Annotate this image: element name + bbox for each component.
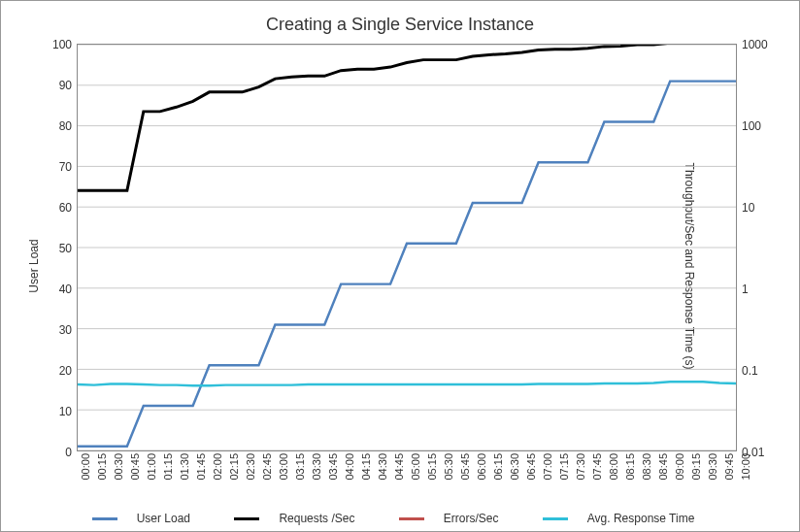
x-tick: 00:15: [96, 453, 108, 481]
y-left-tick: 10: [59, 405, 72, 418]
legend-item-response-time: Avg. Response Time: [543, 512, 709, 525]
x-tick: 09:00: [674, 453, 685, 481]
series-user-load: [78, 82, 736, 447]
x-axis-ticks: 00:0000:1500:3000:4501:0001:1501:3001:45…: [77, 453, 737, 510]
x-tick: 06:30: [509, 453, 520, 481]
x-tick: 02:30: [245, 453, 256, 481]
x-tick: 07:15: [558, 453, 570, 481]
y-left-tick: 90: [59, 79, 72, 92]
x-tick: 00:00: [80, 453, 91, 481]
chart-title: Creating a Single Service Instance: [1, 15, 799, 35]
y-left-tick: 30: [59, 323, 72, 337]
x-tick: 02:45: [261, 453, 273, 481]
x-tick: 01:45: [195, 453, 207, 481]
x-tick: 06:00: [476, 453, 487, 481]
y-right-tick: 1000: [742, 38, 768, 51]
x-tick: 00:30: [113, 453, 124, 481]
x-tick: 00:45: [129, 453, 141, 481]
x-tick: 03:00: [278, 453, 289, 481]
x-tick: 04:30: [377, 453, 388, 481]
x-tick: 07:30: [575, 453, 586, 481]
x-tick: 08:45: [657, 453, 669, 481]
y-left-tick: 40: [59, 283, 72, 296]
x-tick: 03:30: [311, 453, 322, 481]
x-tick: 05:15: [426, 453, 438, 481]
x-tick: 06:45: [525, 453, 537, 481]
x-tick: 10:00: [740, 453, 751, 481]
y-left-tick: 70: [59, 160, 72, 174]
x-tick: 01:00: [146, 453, 157, 481]
y-left-tick: 100: [52, 38, 72, 51]
x-tick: 08:15: [624, 453, 636, 481]
x-tick: 09:30: [707, 453, 718, 481]
y-left-tick: 60: [59, 201, 72, 215]
legend-item-requests: Requests /Sec: [234, 512, 368, 525]
x-tick: 05:30: [443, 453, 454, 481]
x-tick: 08:30: [641, 453, 652, 481]
y-right-tick: 100: [742, 119, 761, 133]
series-avg-response-time: [78, 382, 736, 385]
x-tick: 03:15: [294, 453, 306, 481]
y-right-tick: 1: [742, 283, 749, 296]
legend-item-errors: Errors/Sec: [399, 512, 513, 525]
series-requests-sec: [78, 45, 736, 190]
y-left-tick: 80: [59, 119, 72, 133]
x-tick: 06:15: [492, 453, 504, 481]
y-right-tick: 10: [742, 201, 754, 215]
legend: User Load Requests /Sec Errors/Sec Avg. …: [1, 510, 799, 526]
legend-item-user-load: User Load: [92, 512, 204, 525]
x-tick: 01:15: [162, 453, 174, 481]
x-tick: 01:30: [179, 453, 190, 481]
y-left-tick: 0: [65, 446, 72, 459]
x-tick: 04:00: [344, 453, 355, 481]
y-axis-left-label: User Load: [27, 239, 41, 292]
x-tick: 09:45: [723, 453, 735, 481]
y-left-tick: 20: [59, 364, 72, 378]
x-tick: 05:00: [410, 453, 421, 481]
x-tick: 05:45: [459, 453, 471, 481]
plot-area: 01020304050607080901000.010.11101001000: [77, 44, 737, 451]
x-tick: 02:15: [228, 453, 240, 481]
x-tick: 09:15: [690, 453, 702, 481]
x-tick: 08:00: [608, 453, 619, 481]
y-left-tick: 50: [59, 242, 72, 255]
x-tick: 04:45: [393, 453, 405, 481]
x-tick: 04:15: [360, 453, 372, 481]
y-right-tick: 0.1: [742, 364, 758, 378]
x-tick: 02:00: [212, 453, 223, 481]
x-tick: 07:00: [542, 453, 553, 481]
chart-frame: Creating a Single Service Instance User …: [0, 0, 800, 532]
x-tick: 03:45: [327, 453, 339, 481]
data-series: [78, 45, 736, 450]
x-tick: 07:45: [591, 453, 603, 481]
